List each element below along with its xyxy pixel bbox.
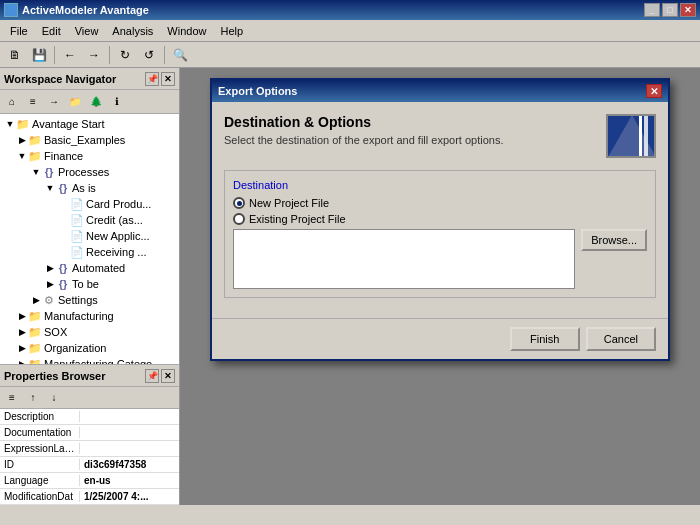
minimize-button[interactable]: _ bbox=[644, 3, 660, 17]
nav-toolbar: ⌂ ≡ → 📁 🌲 ℹ bbox=[0, 90, 179, 114]
folder-icon-mfg-cat: 📁 bbox=[28, 357, 42, 364]
tree-item-mfg-cat[interactable]: ▶ 📁 Manufacturing Catego... bbox=[2, 356, 177, 364]
prop-btn-2[interactable]: ↑ bbox=[23, 389, 43, 407]
close-button[interactable]: ✕ bbox=[680, 3, 696, 17]
properties-pin-btn[interactable]: 📌 bbox=[145, 369, 159, 383]
toggle-sox[interactable]: ▶ bbox=[16, 326, 28, 338]
title-bar: ActiveModeler Avantage _ □ ✕ bbox=[0, 0, 700, 20]
properties-browser-title: Properties Browser bbox=[4, 370, 105, 382]
dialog-footer: Finish Cancel bbox=[212, 318, 668, 359]
toolbar-back[interactable]: ← bbox=[59, 44, 81, 66]
toolbar-new[interactable]: 🗎 bbox=[4, 44, 26, 66]
toolbar-forward[interactable]: → bbox=[83, 44, 105, 66]
label-new-applic: New Applic... bbox=[86, 230, 150, 242]
maximize-button[interactable]: □ bbox=[662, 3, 678, 17]
tree-item-organization[interactable]: ▶ 📁 Organization bbox=[2, 340, 177, 356]
tree-item-new-applic[interactable]: 📄 New Applic... bbox=[2, 228, 177, 244]
label-sox: SOX bbox=[44, 326, 67, 338]
folder-icon-avantage-start: 📁 bbox=[16, 117, 30, 131]
tree-view: ▼ 📁 Avantage Start ▶ 📁 Basic_Examples ▼ … bbox=[0, 114, 179, 364]
tree-item-processes[interactable]: ▼ {} Processes bbox=[2, 164, 177, 180]
toggle-credit bbox=[58, 214, 70, 226]
toggle-organization[interactable]: ▶ bbox=[16, 342, 28, 354]
nav-tree-btn[interactable]: 🌲 bbox=[86, 93, 106, 111]
prop-val-mod-date: 1/25/2007 4:... bbox=[80, 491, 179, 502]
nav-folder-btn[interactable]: 📁 bbox=[65, 93, 85, 111]
nav-list-btn[interactable]: ≡ bbox=[23, 93, 43, 111]
toggle-automated[interactable]: ▶ bbox=[44, 262, 56, 274]
toggle-as-is[interactable]: ▼ bbox=[44, 182, 56, 194]
toolbar-refresh[interactable]: ↻ bbox=[114, 44, 136, 66]
cancel-button[interactable]: Cancel bbox=[586, 327, 656, 351]
toolbar-refresh2[interactable]: ↺ bbox=[138, 44, 160, 66]
prop-row-expression-lang: ExpressionLang bbox=[0, 441, 179, 457]
workspace-close-btn[interactable]: ✕ bbox=[161, 72, 175, 86]
nav-info-btn[interactable]: ℹ bbox=[107, 93, 127, 111]
prop-btn-3[interactable]: ↓ bbox=[44, 389, 64, 407]
tree-item-sox[interactable]: ▶ 📁 SOX bbox=[2, 324, 177, 340]
tree-item-basic-examples[interactable]: ▶ 📁 Basic_Examples bbox=[2, 132, 177, 148]
properties-close-btn[interactable]: ✕ bbox=[161, 369, 175, 383]
browse-button[interactable]: Browse... bbox=[581, 229, 647, 251]
prop-btn-1[interactable]: ≡ bbox=[2, 389, 22, 407]
finish-button[interactable]: Finish bbox=[510, 327, 580, 351]
tree-item-as-is[interactable]: ▼ {} As is bbox=[2, 180, 177, 196]
title-bar-buttons: _ □ ✕ bbox=[644, 3, 696, 17]
svg-rect-2 bbox=[644, 115, 648, 157]
radio-new-project[interactable] bbox=[233, 197, 245, 209]
prop-row-mod-date: ModificationDat 1/25/2007 4:... bbox=[0, 489, 179, 505]
tree-item-to-be[interactable]: ▶ {} To be bbox=[2, 276, 177, 292]
nav-home-btn[interactable]: ⌂ bbox=[2, 93, 22, 111]
menu-help[interactable]: Help bbox=[214, 23, 249, 39]
tree-item-finance[interactable]: ▼ 📁 Finance bbox=[2, 148, 177, 164]
dialog-logo bbox=[606, 114, 656, 158]
tree-item-receiving[interactable]: 📄 Receiving ... bbox=[2, 244, 177, 260]
tree-item-card-produ[interactable]: 📄 Card Produ... bbox=[2, 196, 177, 212]
workspace-pin-btn[interactable]: 📌 bbox=[145, 72, 159, 86]
label-avantage-start: Avantage Start bbox=[32, 118, 105, 130]
prop-row-documentation: Documentation bbox=[0, 425, 179, 441]
toggle-settings[interactable]: ▶ bbox=[30, 294, 42, 306]
prop-key-language: Language bbox=[0, 475, 80, 486]
menu-edit[interactable]: Edit bbox=[36, 23, 67, 39]
toggle-finance[interactable]: ▼ bbox=[16, 150, 28, 162]
menu-file[interactable]: File bbox=[4, 23, 34, 39]
label-manufacturing: Manufacturing bbox=[44, 310, 114, 322]
properties-browser-header: Properties Browser 📌 ✕ bbox=[0, 365, 179, 387]
file-path-input[interactable] bbox=[233, 229, 575, 289]
tree-item-automated[interactable]: ▶ {} Automated bbox=[2, 260, 177, 276]
menu-window[interactable]: Window bbox=[161, 23, 212, 39]
menu-view[interactable]: View bbox=[69, 23, 105, 39]
dialog-description: Select the destination of the export and… bbox=[224, 134, 503, 146]
toolbar-save[interactable]: 💾 bbox=[28, 44, 50, 66]
toggle-manufacturing[interactable]: ▶ bbox=[16, 310, 28, 322]
tree-item-credit[interactable]: 📄 Credit (as... bbox=[2, 212, 177, 228]
tree-item-avantage-start[interactable]: ▼ 📁 Avantage Start bbox=[2, 116, 177, 132]
toggle-processes[interactable]: ▼ bbox=[30, 166, 42, 178]
label-as-is: As is bbox=[72, 182, 96, 194]
radio-existing-project[interactable] bbox=[233, 213, 245, 225]
toggle-avantage-start[interactable]: ▼ bbox=[4, 118, 16, 130]
toggle-new-applic bbox=[58, 230, 70, 242]
dialog-close-button[interactable]: ✕ bbox=[646, 84, 662, 98]
tree-item-manufacturing[interactable]: ▶ 📁 Manufacturing bbox=[2, 308, 177, 324]
dialog-text-block: Destination & Options Select the destina… bbox=[224, 114, 503, 146]
toolbar-search[interactable]: 🔍 bbox=[169, 44, 191, 66]
menu-analysis[interactable]: Analysis bbox=[106, 23, 159, 39]
dialog-body: Destination & Options Select the destina… bbox=[212, 102, 668, 318]
app-icon bbox=[4, 3, 18, 17]
tree-item-settings[interactable]: ▶ ⚙ Settings bbox=[2, 292, 177, 308]
nav-arrow-btn[interactable]: → bbox=[44, 93, 64, 111]
export-dialog: Export Options ✕ Destination & Options S… bbox=[210, 78, 670, 361]
prop-key-documentation: Documentation bbox=[0, 427, 80, 438]
toggle-to-be[interactable]: ▶ bbox=[44, 278, 56, 290]
braces-icon-automated: {} bbox=[56, 261, 70, 275]
label-organization: Organization bbox=[44, 342, 106, 354]
toolbar-sep1 bbox=[54, 46, 55, 64]
braces-icon-to-be: {} bbox=[56, 277, 70, 291]
properties-table: Description Documentation ExpressionLang… bbox=[0, 409, 179, 505]
braces-icon-processes: {} bbox=[42, 165, 56, 179]
toggle-basic-examples[interactable]: ▶ bbox=[16, 134, 28, 146]
prop-val-id: di3c69f47358 bbox=[80, 459, 179, 470]
dialog-header-section: Destination & Options Select the destina… bbox=[224, 114, 656, 158]
